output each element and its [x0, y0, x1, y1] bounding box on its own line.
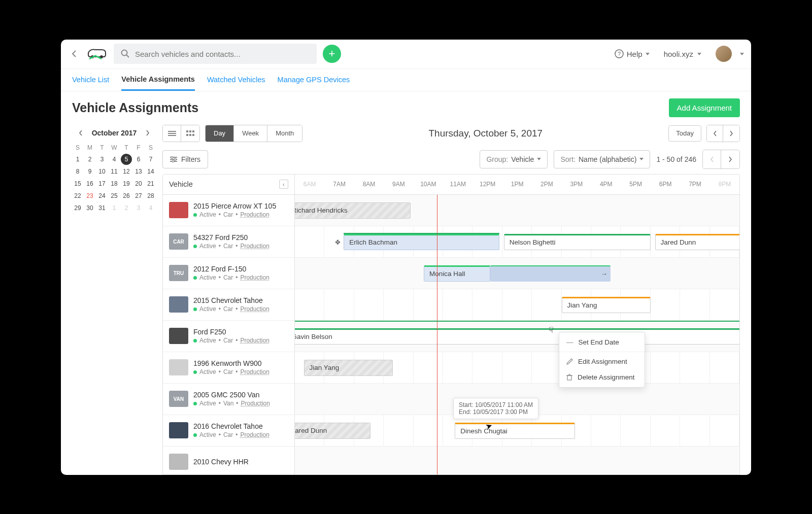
nav-tab-watched-vehicles[interactable]: Watched Vehicles [207, 69, 265, 91]
calendar-day[interactable]: 22 [72, 190, 83, 201]
nav-tab-vehicle-list[interactable]: Vehicle List [72, 69, 109, 91]
calendar-day[interactable]: 4 [145, 202, 156, 214]
calendar-day[interactable]: 24 [96, 190, 108, 201]
nav-tab-manage-gps-devices[interactable]: Manage GPS Devices [278, 69, 350, 91]
calendar-day[interactable]: 12 [121, 166, 132, 177]
timeline-row[interactable]: ◀Jared DunnDinesh Chugtai [295, 415, 739, 447]
calendar-prev-button[interactable] [75, 127, 86, 139]
calendar-day[interactable]: 3 [96, 154, 108, 165]
assignment-bar[interactable]: ◀Jared Dunn [295, 423, 370, 439]
segment-day[interactable]: Day [206, 125, 234, 142]
calendar-next-button[interactable] [142, 127, 153, 139]
vehicle-row[interactable]: 2015 Pierce Arrow XT 105Active • Car • P… [163, 195, 294, 226]
calendar-day[interactable]: 27 [133, 190, 144, 201]
filters-button[interactable]: Filters [162, 150, 208, 168]
calendar-day[interactable]: 2 [121, 202, 132, 214]
calendar-day[interactable]: 28 [145, 190, 156, 201]
calendar-day[interactable]: 1 [109, 202, 120, 214]
calendar-day[interactable]: 20 [133, 178, 144, 189]
search-box[interactable] [114, 44, 317, 64]
calendar-day[interactable]: 25 [109, 190, 120, 201]
page-next-button[interactable] [721, 150, 739, 168]
calendar-day[interactable]: 1 [72, 154, 83, 165]
calendar-day[interactable]: 11 [109, 166, 120, 177]
page-prev-button[interactable] [703, 150, 721, 168]
calendar-dow: M [84, 143, 95, 153]
assignment-bar[interactable]: Jian Yang [562, 297, 651, 313]
next-day-button[interactable] [723, 125, 739, 142]
calendar-day[interactable]: 3 [133, 202, 144, 214]
vehicle-row[interactable]: Ford F250Active • Car • Production [163, 321, 294, 352]
calendar-day[interactable]: 16 [84, 178, 95, 189]
assignment-extension[interactable]: → [490, 265, 611, 282]
calendar-day[interactable]: 18 [109, 178, 120, 189]
calendar-day[interactable]: 23 [84, 190, 95, 201]
assignment-bar[interactable]: Monica Hall [424, 265, 490, 282]
calendar-day[interactable]: 26 [121, 190, 132, 201]
vehicle-row[interactable]: TRU2012 Ford F-150Active • Car • Product… [163, 258, 294, 289]
timeline-row[interactable]: Monica Hall→ [295, 258, 739, 289]
menu-set-end-date[interactable]: — Set End Date [559, 334, 645, 350]
list-view-icon[interactable] [163, 125, 181, 142]
vehicle-row[interactable]: 2016 Chevrolet TahoeActive • Car • Produ… [163, 415, 294, 447]
calendar-day[interactable]: 9 [84, 166, 95, 177]
org-selector[interactable]: hooli.xyz [660, 50, 705, 58]
time-column-header: 3PM [562, 175, 591, 194]
calendar-day[interactable]: 17 [96, 178, 108, 189]
calendar-day[interactable]: 14 [145, 166, 156, 177]
menu-edit-assignment[interactable]: Edit Assignment [559, 354, 645, 369]
assignment-bar[interactable]: ◀Richard Hendricks [295, 202, 411, 219]
assignment-bar[interactable]: Dinesh Chugtai [455, 423, 575, 439]
calendar-day[interactable]: 10 [96, 166, 108, 177]
back-button[interactable] [68, 48, 80, 60]
vehicle-row[interactable]: 1996 Kenworth W900Active • Car • Product… [163, 352, 294, 384]
assignment-bar[interactable]: ✥Erlich Bachman [344, 234, 499, 250]
help-link[interactable]: ? Help [611, 49, 654, 58]
calendar-day[interactable]: 6 [133, 154, 144, 165]
grid-view-icon[interactable] [181, 125, 199, 142]
calendar-day[interactable]: 30 [84, 202, 95, 214]
calendar-day[interactable]: 31 [96, 202, 108, 214]
timeline-row[interactable]: ◀Gavin Belson [295, 321, 739, 352]
vehicle-thumbnail [169, 422, 188, 438]
caret-icon [639, 158, 644, 160]
calendar-day[interactable]: 13 [133, 166, 144, 177]
calendar-day[interactable]: 4 [109, 154, 120, 165]
assignment-bar[interactable]: Nelson Bighetti [504, 234, 651, 250]
assignment-bar[interactable]: Jian Yang [304, 360, 393, 376]
today-button[interactable]: Today [668, 125, 701, 142]
add-assignment-button[interactable]: Add Assignment [669, 98, 740, 117]
prev-day-button[interactable] [707, 125, 723, 142]
vehicle-list[interactable]: 2015 Pierce Arrow XT 105Active • Car • P… [163, 195, 294, 474]
calendar-day[interactable]: 8 [72, 166, 83, 177]
timeline-row[interactable]: Jian Yang [295, 352, 739, 384]
calendar-day[interactable]: 29 [72, 202, 83, 214]
calendar-day[interactable]: 5 [121, 154, 132, 165]
vehicle-row[interactable]: 2015 Chevrolet TahoeActive • Car • Produ… [163, 289, 294, 321]
vehicle-row[interactable]: VAN2005 GMC 2500 VanActive • Van • Produ… [163, 384, 294, 415]
nav-tab-vehicle-assignments[interactable]: Vehicle Assignments [121, 69, 195, 91]
calendar-day[interactable]: 15 [72, 178, 83, 189]
calendar-day[interactable]: 2 [84, 154, 95, 165]
calendar-day[interactable]: 7 [145, 154, 156, 165]
group-dropdown[interactable]: Group: Vehicle [480, 150, 548, 168]
timeline-row[interactable] [295, 447, 739, 474]
avatar-caret-icon[interactable] [740, 53, 744, 55]
calendar-day[interactable]: 21 [145, 178, 156, 189]
sort-dropdown[interactable]: Sort: Name (alphabetic) [554, 150, 650, 168]
search-input[interactable] [135, 50, 310, 58]
segment-week[interactable]: Week [234, 125, 267, 142]
assignment-bar[interactable]: ◀Gavin Belson [295, 328, 739, 345]
vehicle-row[interactable]: 2010 Chevy HHR [163, 447, 294, 474]
timeline-row[interactable]: ◀Richard Hendricks [295, 195, 739, 226]
avatar[interactable] [716, 46, 732, 62]
timeline-row[interactable]: ✥Erlich BachmanNelson BighettiJared Dunn [295, 226, 739, 258]
calendar-day[interactable]: 19 [121, 178, 132, 189]
vehicle-row[interactable]: CAR54327 Ford F250Active • Car • Product… [163, 226, 294, 258]
collapse-column-button[interactable]: ‹ [279, 180, 288, 189]
timeline-row[interactable]: Jian Yang [295, 289, 739, 321]
segment-month[interactable]: Month [267, 125, 302, 142]
assignment-bar[interactable]: Jared Dunn [655, 234, 739, 250]
menu-delete-assignment[interactable]: Delete Assignment [559, 369, 645, 385]
add-button[interactable]: + [323, 45, 341, 63]
